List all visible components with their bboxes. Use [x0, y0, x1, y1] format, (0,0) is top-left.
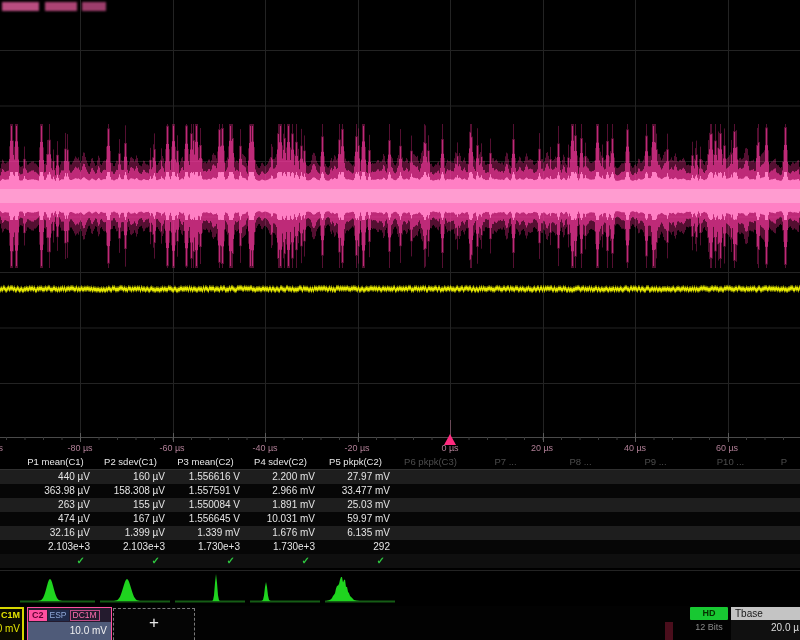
cell: 6.135 mV	[318, 526, 393, 540]
cell: 2.200 mV	[243, 470, 318, 484]
c2-badge-row: C2 ESP DC1M	[28, 608, 111, 621]
measure-header-p2[interactable]: P2 sdev(C1)	[93, 455, 168, 469]
table-row-sdev: 32.16 µV 1.399 µV 1.339 mV 1.676 mV 6.13…	[0, 526, 800, 540]
cell: 27.97 mV	[318, 470, 393, 484]
channel-c2-descriptor[interactable]: C2 ESP DC1M 10.0 mV	[27, 607, 112, 640]
cell: 2.966 mV	[243, 484, 318, 498]
cell: 1.891 mV	[243, 498, 318, 512]
waveform-display[interactable]	[0, 0, 800, 458]
descriptor-bar: C1M 0 mV C2 ESP DC1M 10.0 mV + HD 12 Bit…	[0, 606, 800, 640]
table-row-num: 2.103e+3 2.103e+3 1.730e+3 1.730e+3 292	[0, 540, 800, 554]
measure-header-p9[interactable]: P9 ...	[618, 455, 693, 469]
measure-header-p7[interactable]: P7 ...	[468, 455, 543, 469]
c2-vertical-scale: 10.0 mV	[28, 622, 111, 640]
cell: 2.103e+3	[93, 540, 168, 554]
c1-vertical-scale: 0 mV	[0, 622, 22, 636]
measurement-histicons	[0, 570, 800, 605]
cell: 1.730e+3	[168, 540, 243, 554]
c2-label-badge: C2	[29, 610, 47, 621]
channel-c1-descriptor[interactable]: C1M 0 mV	[0, 607, 24, 640]
time-label: 60 µs	[716, 443, 738, 453]
measure-header-p6[interactable]: P6 pkpk(C3)	[393, 455, 468, 469]
c2-coupling-badge: DC1M	[70, 610, 100, 621]
time-label: -40 µs	[252, 443, 277, 453]
timebase-descriptor[interactable]: Tbase 20.0 µ	[731, 607, 800, 640]
trace-annotation-smudge	[2, 2, 106, 11]
c2-esp-badge: ESP	[48, 610, 69, 621]
cell: 292	[318, 540, 393, 554]
time-label: 40 µs	[624, 443, 646, 453]
time-label: -20 µs	[344, 443, 369, 453]
cell: 1.556616 V	[168, 470, 243, 484]
cell: 1.556645 V	[168, 512, 243, 526]
hd-bits-label: 12 Bits	[686, 622, 732, 632]
measure-header-p1[interactable]: P1 mean(C1)	[18, 455, 93, 469]
c1-coupling-badge: C1M	[0, 609, 22, 622]
timebase-title: Tbase	[731, 607, 800, 620]
cell: 1.550084 V	[168, 498, 243, 512]
table-row-max: 474 µV 167 µV 1.556645 V 10.031 mV 59.97…	[0, 512, 800, 526]
cell: 33.477 mV	[318, 484, 393, 498]
cell: 25.03 mV	[318, 498, 393, 512]
cell: 167 µV	[93, 512, 168, 526]
cell: 263 µV	[18, 498, 93, 512]
cell: 10.031 mV	[243, 512, 318, 526]
timebase-scale: 20.0 µ	[731, 620, 800, 636]
cell: 2.103e+3	[18, 540, 93, 554]
time-label-zero: 0 µs	[441, 443, 458, 453]
measure-header-p4[interactable]: P4 sdev(C2)	[243, 455, 318, 469]
measure-header-p8[interactable]: P8 ...	[543, 455, 618, 469]
measure-header-p10[interactable]: P10 ...	[693, 455, 768, 469]
measure-header-p11-cut[interactable]: P	[768, 455, 800, 469]
time-label: -100 µs	[0, 443, 3, 453]
cell: 1.399 µV	[93, 526, 168, 540]
oscilloscope-screen: -100 µs -80 µs -60 µs -40 µs -20 µs 0 µs…	[0, 0, 800, 640]
status-check-icon: ✓	[318, 554, 393, 568]
measurement-table: P1 mean(C1) P2 sdev(C1) P3 mean(C2) P4 s…	[0, 455, 800, 568]
cell: 363.98 µV	[18, 484, 93, 498]
measure-header-p5[interactable]: P5 pkpk(C2)	[318, 455, 393, 469]
measurement-header-row: P1 mean(C1) P2 sdev(C1) P3 mean(C2) P4 s…	[0, 455, 800, 470]
trigger-box-edge	[665, 622, 673, 640]
cell: 1.557591 V	[168, 484, 243, 498]
status-check-icon: ✓	[243, 554, 318, 568]
cell: 160 µV	[93, 470, 168, 484]
measure-header-p3[interactable]: P3 mean(C2)	[168, 455, 243, 469]
status-check-icon: ✓	[93, 554, 168, 568]
add-trace-button[interactable]: +	[113, 608, 195, 640]
table-row-mean: 363.98 µV 158.308 µV 1.557591 V 2.966 mV…	[0, 484, 800, 498]
table-row-status: ✓ ✓ ✓ ✓ ✓	[0, 554, 800, 568]
cell: 155 µV	[93, 498, 168, 512]
cell: 1.339 mV	[168, 526, 243, 540]
cell: 59.97 mV	[318, 512, 393, 526]
status-check-icon: ✓	[18, 554, 93, 568]
cell: 1.730e+3	[243, 540, 318, 554]
time-label: -80 µs	[67, 443, 92, 453]
cell: 440 µV	[18, 470, 93, 484]
time-label: 20 µs	[531, 443, 553, 453]
status-check-icon: ✓	[168, 554, 243, 568]
table-row-min: 263 µV 155 µV 1.550084 V 1.891 mV 25.03 …	[0, 498, 800, 512]
table-row-value: 440 µV 160 µV 1.556616 V 2.200 mV 27.97 …	[0, 470, 800, 484]
hd-mode-badge: HD	[690, 607, 728, 620]
cell: 158.308 µV	[93, 484, 168, 498]
cell: 32.16 µV	[18, 526, 93, 540]
cell: 474 µV	[18, 512, 93, 526]
cell: 1.676 mV	[243, 526, 318, 540]
time-label: -60 µs	[159, 443, 184, 453]
